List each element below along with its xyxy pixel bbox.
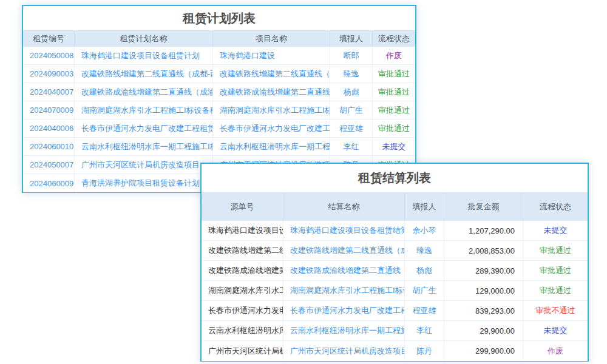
table-row[interactable]: 改建铁路成渝线增建第二... 改建铁路成渝线增建第二直通线（成渝... 杨彪 2… bbox=[202, 261, 588, 281]
table-row[interactable]: 2024040007 改建铁路成渝线增建第二直通线（成渝枢... 改建铁路成渝线… bbox=[23, 83, 415, 101]
cell-project-name-link[interactable]: 珠海鹤港口建设 bbox=[213, 47, 330, 64]
status-badge: 审批通过 bbox=[523, 261, 588, 280]
status-badge: 作废 bbox=[523, 341, 588, 361]
cell-plan-name-link[interactable]: 青海洪湖养护院项目租赁设备计划 bbox=[75, 174, 213, 192]
cell-reporter[interactable]: 断郎 bbox=[330, 47, 373, 64]
cell-rental-id[interactable]: 2024060010 bbox=[23, 138, 75, 155]
status-badge: 审批通过 bbox=[373, 120, 415, 137]
cell-reporter[interactable]: 余小琴 bbox=[405, 221, 444, 240]
table-row[interactable]: 2024040006 长春市伊通河水力发电厂改建工程租赁设... 长春市伊通河水… bbox=[23, 120, 415, 138]
table-row[interactable]: 2024070009 湖南洞庭湖水库引水工程施工I标设备租赁... 湖南洞庭湖水… bbox=[23, 101, 415, 120]
cell-project-name-link[interactable]: 改建铁路线增建第二线直通线（成都-... bbox=[213, 65, 330, 83]
cell-approved-amount: 2,008,853.00 bbox=[444, 241, 523, 260]
cell-approved-amount: 289,390.00 bbox=[444, 261, 523, 280]
cell-project-name-link[interactable]: 长春市伊通河水力发电厂改建工程 bbox=[213, 120, 330, 137]
status-badge: 审批通过 bbox=[373, 83, 415, 101]
cell-source-no: 改建铁路成渝线增建第二... bbox=[202, 261, 283, 280]
table-row[interactable]: 广州市天河区统计局机房... 广州市天河区统计局机房改造项目 陈丹 299,90… bbox=[202, 341, 588, 361]
cell-source-no: 广州市天河区统计局机房... bbox=[202, 341, 283, 361]
cell-settlement-name-link[interactable]: 改建铁路成渝线增建第二直通线（成渝... bbox=[283, 261, 405, 280]
rental-settlement-table-body: 珠海鹤港口建设项目设备... 珠海鹤港口建设项目设备租赁结算 余小琴 1,207… bbox=[202, 221, 588, 361]
cell-settlement-name-link[interactable]: 长春市伊通河水力发电厂改建工程租赁... bbox=[283, 301, 405, 320]
rental-settlement-title: 租赁结算列表 bbox=[202, 164, 588, 193]
table-row[interactable]: 2024050008 珠海鹤港口建设项目设备租赁计划 珠海鹤港口建设 断郎 作废 bbox=[23, 47, 415, 65]
status-badge: 审批通过 bbox=[373, 65, 415, 83]
status-badge: 审批通过 bbox=[523, 281, 588, 300]
cell-plan-name-link[interactable]: 珠海鹤港口建设项目设备租赁计划 bbox=[75, 47, 213, 64]
cell-project-name-link[interactable]: 湖南洞庭湖水库引水工程施工I标 bbox=[213, 101, 330, 119]
cell-settlement-name-link[interactable]: 广州市天河区统计局机房改造项目 bbox=[283, 341, 405, 361]
status-badge: 未提交 bbox=[523, 221, 588, 240]
cell-approved-amount: 129,000.00 bbox=[444, 281, 523, 300]
column-header-source-no: 源单号 bbox=[202, 193, 283, 221]
cell-reporter[interactable]: 陈丹 bbox=[405, 341, 444, 361]
cell-plan-name-link[interactable]: 长春市伊通河水力发电厂改建工程租赁设... bbox=[75, 120, 213, 137]
cell-rental-id[interactable]: 2024040007 bbox=[23, 83, 75, 101]
cell-plan-name-link[interactable]: 广州市天河区统计局机房改造项目 bbox=[75, 156, 213, 174]
table-row[interactable]: 湖南洞庭湖水库引水工程... 湖南洞庭湖水库引水工程施工I标设备... 胡广生 … bbox=[202, 281, 588, 301]
cell-settlement-name-link[interactable]: 湖南洞庭湖水库引水工程施工I标设备... bbox=[283, 281, 405, 300]
cell-approved-amount: 839,293.00 bbox=[444, 301, 523, 320]
cell-plan-name-link[interactable]: 湖南洞庭湖水库引水工程施工I标设备租赁... bbox=[75, 101, 213, 119]
rental-plan-title: 租赁计划列表 bbox=[23, 6, 415, 31]
cell-project-name-link[interactable]: 改建铁路成渝线增建第二直通线（成... bbox=[213, 83, 330, 101]
table-row[interactable]: 珠海鹤港口建设项目设备... 珠海鹤港口建设项目设备租赁结算 余小琴 1,207… bbox=[202, 221, 588, 241]
cell-rental-id[interactable]: 2024090003 bbox=[23, 65, 75, 83]
cell-project-name-link[interactable]: 云南水利枢纽潜明水库一期工程施工I标 bbox=[213, 138, 330, 155]
status-badge: 审批不通过 bbox=[523, 301, 588, 320]
cell-reporter[interactable]: 杨彪 bbox=[405, 261, 444, 280]
cell-source-no: 湖南洞庭湖水库引水工程... bbox=[202, 281, 283, 300]
status-badge: 未提交 bbox=[523, 321, 588, 340]
cell-plan-name-link[interactable]: 改建铁路线增建第二线直通线（成都-西安... bbox=[75, 65, 213, 83]
cell-rental-id[interactable]: 2024070009 bbox=[23, 101, 75, 119]
cell-settlement-name-link[interactable]: 珠海鹤港口建设项目设备租赁结算 bbox=[283, 221, 405, 240]
cell-rental-id[interactable]: 2024060009 bbox=[23, 174, 75, 192]
column-header-status: 流程状态 bbox=[523, 193, 588, 221]
status-badge: 审批通过 bbox=[523, 241, 588, 260]
table-row[interactable]: 2024090003 改建铁路线增建第二线直通线（成都-西安... 改建铁路线增… bbox=[23, 65, 415, 83]
cell-reporter[interactable]: 胡广生 bbox=[330, 101, 373, 119]
cell-rental-id[interactable]: 2024040006 bbox=[23, 120, 75, 137]
column-header-project-name: 项目名称 bbox=[213, 31, 330, 47]
cell-approved-amount: 1,207,290.00 bbox=[444, 221, 523, 240]
cell-reporter[interactable]: 胡广生 bbox=[405, 281, 444, 300]
cell-settlement-name-link[interactable]: 改建铁路线增建第二线直通线（成都-... bbox=[283, 241, 405, 260]
cell-reporter[interactable]: 李红 bbox=[330, 138, 373, 155]
column-header-rental-id: 租赁编号 bbox=[23, 31, 75, 47]
cell-reporter[interactable]: 程亚雄 bbox=[405, 301, 444, 320]
table-row[interactable]: 改建铁路线增建第二线直... 改建铁路线增建第二线直通线（成都-... 臻逸 2… bbox=[202, 241, 588, 261]
cell-reporter[interactable]: 臻逸 bbox=[405, 241, 444, 260]
status-badge: 作废 bbox=[373, 47, 415, 64]
cell-source-no: 改建铁路线增建第二线直... bbox=[202, 241, 283, 260]
status-badge: 未提交 bbox=[373, 138, 415, 155]
cell-reporter[interactable]: 程亚雄 bbox=[330, 120, 373, 137]
table-row[interactable]: 2024060010 云南水利枢纽潜明水库一期工程施工I标租... 云南水利枢纽… bbox=[23, 138, 415, 156]
cell-approved-amount: 29,900.00 bbox=[444, 321, 523, 340]
rental-plan-header-row: 租赁编号 租赁计划名称 项目名称 填报人 流程状态 bbox=[23, 31, 415, 47]
cell-reporter[interactable]: 杨彪 bbox=[330, 83, 373, 101]
rental-settlement-panel: 租赁结算列表 源单号 结算名称 填报人 批复金额 流程状态 珠海鹤港口建设项目设… bbox=[200, 163, 589, 362]
cell-source-no: 云南水利枢纽潜明水库一... bbox=[202, 321, 283, 340]
column-header-status: 流程状态 bbox=[373, 31, 415, 47]
cell-reporter[interactable]: 李红 bbox=[405, 321, 444, 340]
cell-approved-amount: 299,900.00 bbox=[444, 341, 523, 361]
cell-rental-id[interactable]: 2024050008 bbox=[23, 47, 75, 64]
rental-settlement-header-row: 源单号 结算名称 填报人 批复金额 流程状态 bbox=[202, 193, 588, 221]
table-row[interactable]: 长春市伊通河水力发电厂... 长春市伊通河水力发电厂改建工程租赁... 程亚雄 … bbox=[202, 301, 588, 321]
column-header-reporter: 填报人 bbox=[330, 31, 373, 47]
cell-plan-name-link[interactable]: 改建铁路成渝线增建第二直通线（成渝枢... bbox=[75, 83, 213, 101]
cell-reporter[interactable]: 臻逸 bbox=[330, 65, 373, 83]
column-header-settlement-name: 结算名称 bbox=[283, 193, 405, 221]
table-row[interactable]: 云南水利枢纽潜明水库一... 云南水利枢纽潜明水库一期工程施工I... 李红 2… bbox=[202, 321, 588, 341]
column-header-reporter: 填报人 bbox=[405, 193, 444, 221]
cell-settlement-name-link[interactable]: 云南水利枢纽潜明水库一期工程施工I... bbox=[283, 321, 405, 340]
column-header-approved-amount: 批复金额 bbox=[444, 193, 523, 221]
cell-plan-name-link[interactable]: 云南水利枢纽潜明水库一期工程施工I标租... bbox=[75, 138, 213, 155]
status-badge: 审批通过 bbox=[373, 101, 415, 119]
cell-rental-id[interactable]: 2024050007 bbox=[23, 156, 75, 174]
cell-source-no: 珠海鹤港口建设项目设备... bbox=[202, 221, 283, 240]
cell-source-no: 长春市伊通河水力发电厂... bbox=[202, 301, 283, 320]
column-header-plan-name: 租赁计划名称 bbox=[75, 31, 213, 47]
